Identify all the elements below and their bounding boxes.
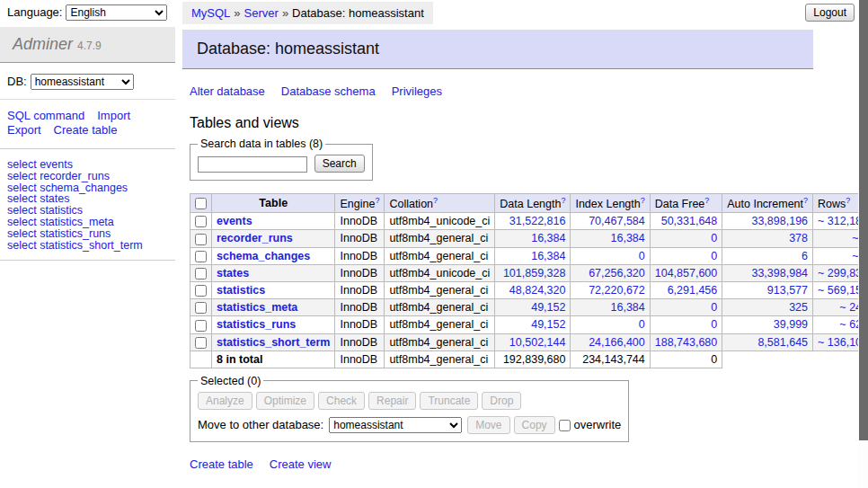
table-operation-button[interactable]: Repair [368, 392, 416, 410]
move-button[interactable]: Move [467, 416, 509, 434]
help-link[interactable]: ? [846, 196, 850, 205]
value-link[interactable]: 6,291,456 [668, 284, 718, 297]
row-checkbox[interactable] [195, 285, 207, 297]
row-checkbox-cell [190, 264, 212, 281]
row-checkbox[interactable] [195, 337, 207, 349]
value-link[interactable]: 16,384 [611, 232, 645, 244]
search-input[interactable] [198, 156, 307, 173]
help-link[interactable]: ? [561, 196, 565, 205]
help-link[interactable]: ? [803, 196, 808, 205]
table-operation-button[interactable]: Optimize [256, 392, 314, 410]
value-link[interactable]: 10,502,144 [509, 336, 566, 349]
value-link[interactable]: 70,467,584 [589, 215, 645, 227]
create-link[interactable]: Create table [190, 457, 253, 471]
value-link[interactable]: 378 [789, 232, 808, 244]
database-link[interactable]: Alter database [190, 84, 265, 98]
value-link[interactable]: 24,166,400 [589, 336, 645, 349]
value-link[interactable]: 188,743,680 [655, 336, 718, 349]
value-link[interactable]: 31,522,816 [509, 215, 566, 227]
value-link[interactable]: 0 [711, 232, 717, 244]
copy-button[interactable]: Copy [514, 416, 555, 434]
table-name-link[interactable]: statistics_meta [217, 301, 297, 314]
column-header: Data Length? [495, 194, 571, 213]
search-button[interactable]: Search [314, 155, 365, 173]
value-link[interactable]: 16,384 [611, 301, 645, 314]
sidebar-actions: SQL commandImportExportCreate table [7, 109, 153, 137]
table-name-link[interactable]: events [217, 215, 252, 227]
breadcrumb-link[interactable]: MySQL [191, 6, 230, 20]
sidebar-action-link[interactable]: SQL command [7, 109, 84, 122]
value-link[interactable]: 104,857,600 [655, 267, 718, 279]
table-operation-button[interactable]: Check [318, 392, 365, 410]
database-link[interactable]: Privileges [392, 84, 442, 98]
breadcrumb-separator: » [282, 6, 288, 20]
move-db-select[interactable]: homeassistant [329, 417, 462, 433]
logout-button[interactable]: Logout [805, 4, 855, 22]
row-checkbox[interactable] [195, 268, 207, 279]
value-link[interactable]: 48,824,320 [509, 284, 566, 297]
value-link[interactable]: 913,577 [767, 284, 808, 297]
value-link[interactable]: 6 [802, 250, 808, 262]
engine-cell: InnoDB [335, 316, 385, 333]
db-select[interactable]: homeassistant [31, 74, 134, 90]
value-link[interactable]: 50,331,648 [661, 215, 718, 227]
table-name-link[interactable]: recorder_runs [217, 232, 293, 244]
scrollbar-thumb[interactable] [859, 0, 868, 440]
sidebar-select-link[interactable]: select statistics_meta [7, 217, 175, 228]
value-link[interactable]: 72,220,672 [589, 284, 645, 297]
language-select[interactable]: English [66, 4, 167, 21]
sidebar-select-link[interactable]: select recorder_runs [7, 171, 175, 182]
table-name-link[interactable]: states [217, 267, 249, 279]
help-link[interactable]: ? [704, 196, 709, 205]
table-name-link[interactable]: statistics [217, 284, 265, 297]
select-all-checkbox[interactable] [195, 198, 207, 209]
sidebar-action-link[interactable]: Import [97, 109, 130, 122]
value-link[interactable]: 67,256,320 [589, 267, 645, 279]
row-checkbox[interactable] [195, 320, 207, 332]
value-link[interactable]: 0 [639, 250, 645, 262]
value-link[interactable]: 39,999 [774, 318, 808, 331]
table-operation-button[interactable]: Analyze [198, 392, 252, 410]
value-link[interactable]: 16,384 [531, 232, 565, 244]
value-link[interactable]: 8,581,645 [757, 336, 808, 349]
help-link[interactable]: ? [641, 196, 645, 205]
value-link[interactable]: 33,898,196 [751, 215, 808, 227]
table-name-link[interactable]: statistics_runs [217, 318, 296, 331]
scrollbar-track[interactable] [858, 0, 868, 488]
overwrite-label[interactable]: overwrite [574, 418, 622, 431]
breadcrumb-link[interactable]: Server [244, 6, 279, 20]
value-link[interactable]: 0 [639, 318, 645, 331]
database-link[interactable]: Database schema [281, 84, 376, 98]
overwrite-checkbox[interactable] [559, 420, 571, 431]
table-name-link[interactable]: statistics_short_term [217, 336, 330, 349]
value-link[interactable]: 49,152 [531, 301, 565, 314]
sidebar-action-link[interactable]: Export [7, 123, 41, 137]
value-link[interactable]: 49,152 [531, 318, 565, 331]
value-link[interactable]: 0 [711, 301, 717, 314]
total-data-length-cell: 192,839,680 [495, 350, 571, 368]
sidebar-action-link[interactable]: Create table [54, 123, 118, 137]
help-link[interactable]: ? [375, 196, 379, 205]
sidebar-select-link[interactable]: select statistics_short_term [7, 240, 175, 252]
value-cell: 16,384 [571, 230, 650, 247]
sidebar-select-link[interactable]: select events [7, 159, 175, 171]
value-cell: 101,859,328 [495, 264, 571, 281]
value-cell: 24,166,400 [571, 333, 650, 350]
value-link[interactable]: 325 [789, 301, 808, 314]
value-link[interactable]: 33,398,984 [751, 267, 808, 279]
row-checkbox[interactable] [195, 234, 207, 245]
create-link[interactable]: Create view [270, 457, 332, 471]
table-operation-button[interactable]: Truncate [420, 392, 478, 410]
help-link[interactable]: ? [433, 196, 438, 205]
value-link[interactable]: 16,384 [531, 250, 565, 262]
table-operation-button[interactable]: Drop [482, 392, 521, 410]
sidebar-select-link[interactable]: select statistics_runs [7, 228, 175, 240]
value-link[interactable]: 101,859,328 [503, 267, 566, 279]
value-link[interactable]: 0 [711, 318, 717, 331]
row-checkbox[interactable] [195, 251, 207, 262]
table-name-link[interactable]: schema_changes [217, 250, 310, 262]
row-checkbox[interactable] [195, 302, 207, 314]
value-link[interactable]: 0 [711, 250, 717, 262]
create-links: Create tableCreate view [190, 457, 813, 471]
row-checkbox[interactable] [195, 216, 207, 227]
